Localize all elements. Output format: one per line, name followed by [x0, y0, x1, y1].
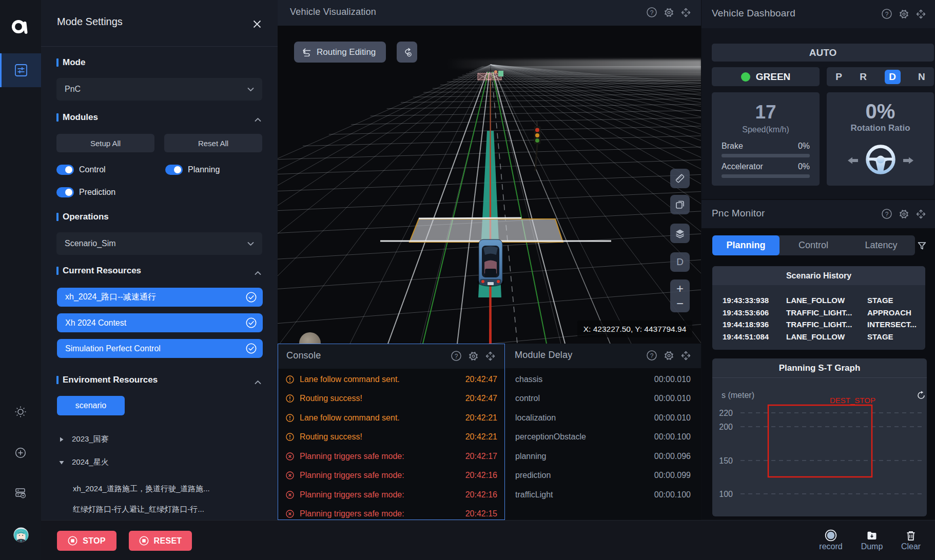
svg-text:DEST_STOP: DEST_STOP: [830, 396, 875, 405]
svg-text:?: ?: [650, 9, 654, 16]
svg-text:150: 150: [719, 456, 733, 465]
svg-text:?: ?: [455, 353, 458, 360]
svg-text:?: ?: [650, 352, 654, 359]
svg-text:220: 220: [719, 409, 733, 417]
svg-text:?: ?: [885, 11, 889, 18]
svg-text:200: 200: [719, 423, 733, 431]
svg-text:?: ?: [885, 211, 889, 218]
svg-text:100: 100: [719, 490, 733, 498]
